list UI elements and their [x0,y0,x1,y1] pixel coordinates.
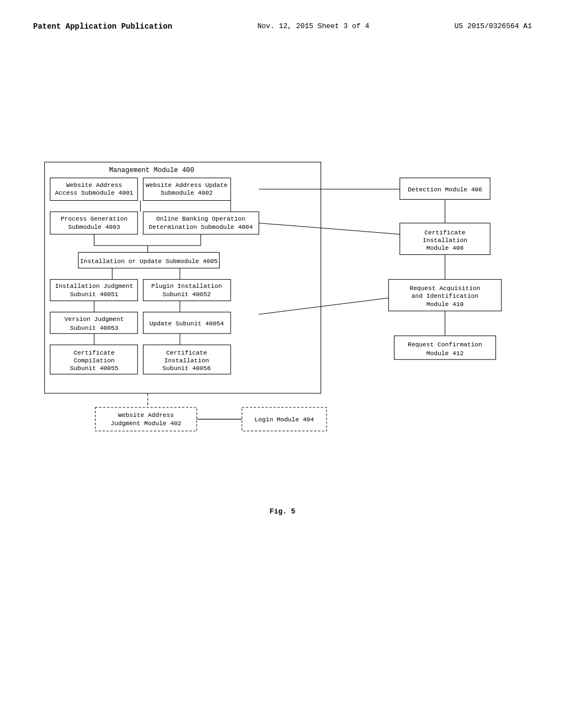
svg-text:Website Address: Website Address [118,412,174,419]
figure-caption: Fig. 5 [270,507,296,516]
header-patent-number: US 2015/0326564 A1 [455,22,532,30]
svg-text:Judgment Module 402: Judgment Module 402 [111,420,182,427]
svg-text:Module 412: Module 412 [427,350,463,357]
svg-text:Login Module 404: Login Module 404 [254,416,314,423]
svg-text:Submodule 4002: Submodule 4002 [161,190,212,196]
svg-text:Plugin Installation: Plugin Installation [151,283,222,290]
svg-text:Module 410: Module 410 [427,301,464,308]
svg-text:Website Address Update: Website Address Update [146,182,227,189]
svg-rect-10 [50,212,137,234]
svg-text:Subunit 40056: Subunit 40056 [162,365,211,372]
svg-text:Installation or Update Submodu: Installation or Update Submodule 4005 [80,258,218,265]
svg-text:Subunit 40055: Subunit 40055 [70,365,119,372]
header-publication-label: Patent Application Publication [33,22,172,31]
svg-text:Website Address: Website Address [66,182,122,189]
svg-text:Request Confirmation: Request Confirmation [408,341,482,348]
svg-text:Installation Judgment: Installation Judgment [55,283,134,290]
svg-text:Management Module 400: Management Module 400 [109,167,194,174]
svg-rect-2 [50,178,137,201]
svg-line-72 [259,298,388,314]
svg-text:Installation: Installation [423,237,467,244]
svg-text:Submodule 4003: Submodule 4003 [68,224,120,231]
svg-text:Request Acquisition: Request Acquisition [409,285,480,292]
svg-text:and Identification: and Identification [412,293,478,299]
svg-text:Online Banking Operation: Online Banking Operation [156,216,246,222]
svg-text:Certificate: Certificate [74,350,115,356]
svg-text:Module 408: Module 408 [427,245,463,251]
svg-text:Detection Module 406: Detection Module 406 [408,186,482,193]
svg-text:Process Generation: Process Generation [61,216,127,222]
svg-text:Certificate: Certificate [166,350,207,356]
svg-text:Determination Submodule 4004: Determination Submodule 4004 [148,224,253,231]
svg-text:Compilation: Compilation [74,357,115,364]
svg-text:Subunit 40053: Subunit 40053 [70,325,119,331]
svg-rect-48 [95,408,197,431]
svg-text:Update Subunit 40054: Update Subunit 40054 [150,320,224,327]
svg-text:Subunit 40052: Subunit 40052 [162,291,211,298]
header-date-sheet: Nov. 12, 2015 Sheet 3 of 4 [257,22,369,30]
svg-rect-13 [143,212,259,234]
svg-text:Certificate: Certificate [424,229,465,236]
svg-line-71 [259,223,400,234]
svg-text:Subunit 40051: Subunit 40051 [70,291,119,298]
diagram-fig5: Management Module 400 Website Address Ac… [28,154,535,474]
svg-rect-5 [143,178,231,201]
svg-text:Version Judgment: Version Judgment [65,316,124,323]
svg-text:Access Submodule 4001: Access Submodule 4001 [55,190,134,196]
svg-text:Installation: Installation [164,357,209,364]
